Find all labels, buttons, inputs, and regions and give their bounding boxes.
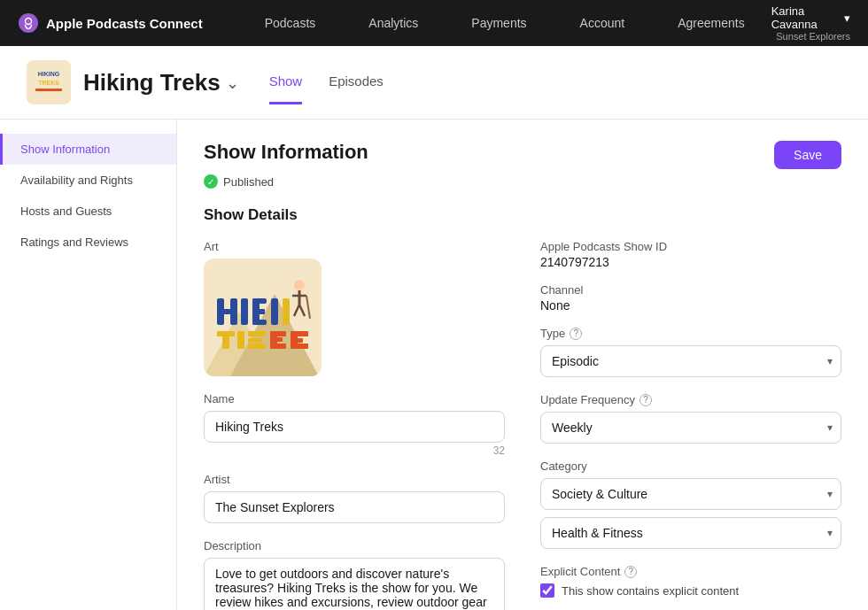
details-grid: Art bbox=[204, 240, 841, 610]
art-image[interactable] bbox=[204, 259, 322, 376]
channel-value: None bbox=[540, 298, 841, 313]
svg-rect-21 bbox=[237, 331, 244, 349]
svg-text:HIKING: HIKING bbox=[38, 71, 60, 77]
svg-text:TREKS: TREKS bbox=[38, 80, 59, 86]
svg-rect-18 bbox=[283, 298, 290, 325]
right-column: Apple Podcasts Show ID 2140797213 Channe… bbox=[540, 240, 841, 610]
left-column: Art bbox=[204, 240, 505, 610]
tab-show[interactable]: Show bbox=[269, 60, 303, 104]
type-field: Type ? Episodic Serial ▾ bbox=[540, 327, 841, 377]
artist-input[interactable] bbox=[204, 491, 505, 523]
user-menu[interactable]: Karina Cavanna ▾ Sunset Explorers bbox=[771, 4, 850, 42]
explicit-checkbox[interactable] bbox=[540, 583, 554, 598]
description-input[interactable]: Love to get outdoors and discover nature… bbox=[204, 558, 505, 610]
update-freq-help-icon[interactable]: ? bbox=[639, 394, 652, 406]
show-header: HIKING TREKS Hiking Treks ⌄ Show Episode… bbox=[0, 46, 868, 120]
explicit-checkbox-label: This show contains explicit content bbox=[562, 584, 739, 598]
sidebar-item-availability[interactable]: Availability and Rights bbox=[0, 165, 176, 196]
type-help-icon[interactable]: ? bbox=[570, 328, 582, 340]
show-tabs: Show Episodes bbox=[269, 60, 410, 104]
type-select[interactable]: Episodic Serial bbox=[540, 345, 841, 377]
show-thumbnail: HIKING TREKS bbox=[27, 60, 71, 104]
name-input[interactable] bbox=[204, 411, 505, 443]
category1-select-wrapper: Society & Culture Health & Fitness Techn… bbox=[540, 478, 841, 510]
description-label: Description bbox=[204, 539, 505, 552]
category1-select[interactable]: Society & Culture Health & Fitness Techn… bbox=[540, 478, 841, 510]
svg-rect-16 bbox=[252, 320, 267, 325]
page-layout: Show Information Availability and Rights… bbox=[0, 120, 868, 610]
svg-rect-26 bbox=[270, 331, 286, 336]
main-content: Show Information Save ✓ Published Show D… bbox=[177, 120, 868, 610]
explicit-checkbox-row: This show contains explicit content bbox=[540, 583, 841, 598]
artist-label: Artist bbox=[204, 473, 505, 486]
brand-name: Apple Podcasts Connect bbox=[46, 16, 203, 31]
nav-analytics[interactable]: Analytics bbox=[342, 0, 445, 46]
svg-rect-28 bbox=[270, 344, 286, 349]
apple-podcasts-icon bbox=[18, 12, 39, 34]
show-id-field: Apple Podcasts Show ID 2140797213 bbox=[540, 240, 841, 269]
content-title-group: Show Information bbox=[204, 141, 368, 164]
show-title: Hiking Treks bbox=[83, 69, 221, 97]
nav-podcasts[interactable]: Podcasts bbox=[238, 0, 343, 46]
explicit-help-icon[interactable]: ? bbox=[624, 566, 637, 578]
art-field: Art bbox=[204, 240, 505, 376]
svg-rect-24 bbox=[248, 344, 266, 349]
explicit-label: Explicit Content ? bbox=[540, 565, 841, 578]
svg-rect-17 bbox=[271, 298, 278, 325]
update-freq-label: Update Frequency ? bbox=[540, 393, 841, 406]
show-id-value: 2140797213 bbox=[540, 255, 841, 269]
artist-field: Artist bbox=[204, 473, 505, 523]
svg-rect-27 bbox=[270, 337, 283, 342]
type-select-wrapper: Episodic Serial ▾ bbox=[540, 345, 841, 377]
explicit-field: Explicit Content ? This show contains ex… bbox=[540, 565, 841, 598]
nav-account[interactable]: Account bbox=[554, 0, 652, 46]
sidebar-item-hosts[interactable]: Hosts and Guests bbox=[0, 196, 176, 227]
svg-point-0 bbox=[19, 13, 38, 33]
user-subtitle: Sunset Explorers bbox=[776, 31, 850, 42]
show-chevron-icon[interactable]: ⌄ bbox=[226, 73, 239, 93]
tab-episodes[interactable]: Episodes bbox=[329, 60, 384, 104]
name-label: Name bbox=[204, 392, 505, 405]
name-char-count: 32 bbox=[204, 444, 505, 457]
show-id-label: Apple Podcasts Show ID bbox=[540, 240, 841, 253]
user-name: Karina Cavanna ▾ bbox=[771, 4, 850, 31]
page-title: Show Information bbox=[204, 141, 368, 164]
svg-rect-12 bbox=[241, 298, 248, 325]
svg-rect-5 bbox=[35, 89, 62, 91]
svg-rect-14 bbox=[252, 298, 267, 304]
update-freq-select-wrapper: Weekly Daily Bi-weekly Monthly ▾ bbox=[540, 412, 841, 444]
name-field: Name 32 bbox=[204, 392, 505, 457]
section-title: Show Details bbox=[204, 206, 841, 224]
svg-rect-11 bbox=[230, 298, 237, 325]
type-label: Type ? bbox=[540, 327, 841, 340]
update-freq-select[interactable]: Weekly Daily Bi-weekly Monthly bbox=[540, 412, 841, 444]
description-field: Description Love to get outdoors and dis… bbox=[204, 539, 505, 610]
save-button[interactable]: Save bbox=[774, 141, 841, 169]
show-title-area: Hiking Treks ⌄ bbox=[83, 69, 239, 97]
svg-point-33 bbox=[294, 280, 305, 290]
published-check-icon: ✓ bbox=[204, 174, 218, 189]
content-header: Show Information Save bbox=[204, 141, 841, 169]
svg-rect-32 bbox=[291, 344, 308, 349]
category2-select-wrapper: Health & Fitness Society & Culture Techn… bbox=[540, 517, 841, 549]
sidebar-item-show-information[interactable]: Show Information bbox=[0, 134, 176, 165]
sidebar-item-ratings[interactable]: Ratings and Reviews bbox=[0, 227, 176, 258]
art-label: Art bbox=[204, 240, 505, 253]
category-field: Category Society & Culture Health & Fitn… bbox=[540, 459, 841, 549]
nav-agreements[interactable]: Agreements bbox=[651, 0, 771, 46]
svg-rect-23 bbox=[248, 338, 262, 343]
channel-field: Channel None bbox=[540, 283, 841, 313]
nav-payments[interactable]: Payments bbox=[445, 0, 553, 46]
svg-rect-31 bbox=[291, 338, 303, 343]
update-freq-field: Update Frequency ? Weekly Daily Bi-weekl… bbox=[540, 393, 841, 444]
svg-rect-10 bbox=[217, 309, 230, 314]
brand-logo[interactable]: Apple Podcasts Connect bbox=[18, 12, 203, 34]
published-status: ✓ Published bbox=[204, 174, 841, 189]
nav-links: Podcasts Analytics Payments Account Agre… bbox=[238, 0, 771, 46]
channel-label: Channel bbox=[540, 283, 841, 297]
chevron-down-icon: ▾ bbox=[844, 12, 850, 25]
status-badge: Published bbox=[223, 175, 274, 189]
category2-select[interactable]: Health & Fitness Society & Culture Techn… bbox=[540, 517, 841, 549]
top-nav: Apple Podcasts Connect Podcasts Analytic… bbox=[0, 0, 868, 46]
sidebar: Show Information Availability and Rights… bbox=[0, 120, 177, 610]
